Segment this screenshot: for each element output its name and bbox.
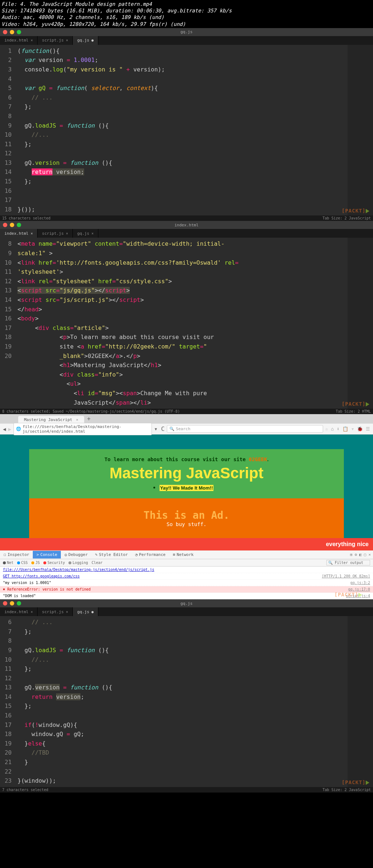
tab-script-js[interactable]: script.js× (38, 229, 73, 238)
tab-index-html[interactable]: index.html× (0, 36, 38, 45)
close-icon[interactable] (3, 601, 7, 606)
dt-tab-debugger[interactable]: ◎ Debugger (61, 551, 91, 558)
geek-link[interactable]: 02GEEK (249, 456, 267, 462)
packt-watermark: [PACKT] (334, 591, 362, 599)
close-tab-icon[interactable]: × (31, 38, 33, 42)
minimize-icon[interactable] (10, 30, 14, 34)
url-input[interactable]: 🌐file:///Users/benfhala/Desktop/masterin… (13, 423, 152, 435)
devtools-tabs: ☐ Inspector > Console ◎ Debugger ✎ Style… (0, 550, 373, 559)
minimize-icon[interactable] (10, 601, 14, 606)
bookmark-icon[interactable]: 📋 (342, 426, 348, 432)
tab-index-html[interactable]: index.html× (0, 607, 38, 616)
status-bar: 8 characters selected; Saved ~/Desktop/m… (0, 409, 373, 414)
pocket-icon[interactable]: ▿ (351, 426, 354, 432)
dt-tab-console[interactable]: > Console (33, 551, 61, 558)
status-right: Tab Size: 2 JavaScript (323, 788, 371, 792)
console-error: ✖ ReferenceError: version is not defined (3, 587, 348, 592)
minimap[interactable] (348, 238, 373, 409)
tab-script-js[interactable]: script.js× (38, 36, 73, 45)
console-line[interactable]: file:///Users/benfhala/Desktop/mastering… (3, 567, 370, 572)
star-icon[interactable]: ☆ (325, 426, 328, 432)
dt-tab-inspector[interactable]: ☐ Inspector (0, 551, 33, 558)
tab-gq-js[interactable]: gq.js● (73, 36, 98, 45)
reload-icon[interactable]: ▾ C (154, 425, 165, 432)
tab-gq-js[interactable]: gq.js× (73, 229, 98, 238)
code-area[interactable]: 6789 10111213 14151617 18192021 2223 // … (0, 616, 373, 787)
close-tab-icon[interactable]: × (66, 231, 68, 236)
close-tab-icon[interactable]: × (66, 610, 68, 614)
search-input[interactable]: 🔍Search (167, 425, 323, 433)
meta-audio: Audio: aac, 48000 Hz, 2 channels, s16, 1… (1, 14, 372, 20)
status-left: 8 characters selected; Saved ~/Desktop/m… (2, 409, 180, 413)
filter-input[interactable]: 🔍 Filter output (326, 560, 370, 565)
article: To learn more about this course visit ou… (29, 449, 344, 498)
info-list: Yay!! We Made It Mom!! (160, 484, 214, 491)
status-right: Tab Size: 2 JavaScript (323, 216, 371, 220)
code-content[interactable]: <meta name="viewport" content="width=dev… (15, 238, 348, 409)
close-icon[interactable] (3, 30, 7, 34)
dt-tab-perf[interactable]: ◔ Performance (131, 551, 169, 558)
minimap[interactable] (348, 616, 373, 787)
close-icon[interactable] (3, 223, 7, 227)
browser-tab[interactable]: Mastering JavaScript× (18, 416, 84, 424)
tab-gq-js[interactable]: gq.js● (73, 607, 98, 616)
list-item: Yay!! We Made It Mom!! (160, 484, 214, 491)
dt-close-icon[interactable]: × (368, 552, 371, 557)
filter-css[interactable]: CSS (17, 561, 28, 565)
code-content[interactable]: // ... }; gQ.loadJS = function (){ //...… (15, 616, 348, 787)
browser-window: Mastering JavaScript× + ◀ ▶ 🌐file:///Use… (0, 414, 373, 599)
filter-net[interactable]: Net (3, 561, 13, 565)
meta-file: File: 4. The JavaScript Module design pa… (1, 1, 372, 7)
console-line: "my version is 1.0001" (3, 580, 350, 585)
code-area[interactable]: 1234 5678 9101112 13141516 1718 (functio… (0, 45, 373, 216)
close-tab-icon[interactable]: × (91, 231, 94, 236)
download-icon[interactable]: ⬇ (337, 426, 339, 432)
close-tab-icon[interactable]: × (76, 417, 78, 422)
menu-icon[interactable]: ☰ (366, 426, 370, 432)
code-area[interactable]: 89 10111213 141516 171819 20 <meta name=… (0, 238, 373, 409)
console-filters: Net CSS JS Security Logging Clear 🔍 Filt… (0, 559, 373, 567)
toolbar-icons: ☆ ⌂ ⬇ 📋 ▿ 🐞 ☰ (325, 426, 370, 432)
maximize-icon[interactable] (17, 223, 21, 227)
close-tab-icon[interactable]: × (66, 38, 68, 42)
minimize-icon[interactable] (10, 223, 14, 227)
clear-button[interactable]: Clear (92, 561, 103, 565)
dt-tab-network[interactable]: ≡ Network (169, 551, 197, 558)
browser-tabs: Mastering JavaScript× + (0, 414, 373, 424)
status-left: 15 characters selected (2, 216, 50, 220)
filter-logging[interactable]: Logging (68, 561, 88, 565)
close-tab-icon[interactable]: × (31, 231, 33, 236)
firebug-icon[interactable]: 🐞 (357, 426, 363, 432)
window-controls[interactable] (0, 223, 21, 227)
back-icon[interactable]: ◀ (3, 426, 6, 432)
dt-gear-icon[interactable]: ⚙ (355, 552, 357, 557)
footer-text: everything nice (0, 538, 373, 550)
filter-security[interactable]: Security (43, 561, 65, 565)
filter-js[interactable]: JS (31, 561, 40, 565)
ad-subtitle: So buy stuff. (40, 521, 333, 527)
close-tab-icon[interactable]: × (31, 610, 33, 614)
dt-tab-style[interactable]: ✎ Style Editor (91, 551, 131, 558)
maximize-icon[interactable] (17, 601, 21, 606)
console-line: GET http://fonts.googleapis.com/css (3, 573, 322, 579)
window-controls[interactable] (0, 30, 21, 34)
close-tab-icon[interactable]: ● (91, 610, 94, 614)
code-content[interactable]: (function(){ var version = 1.0001; conso… (15, 45, 348, 216)
tab-index-html[interactable]: index.html× (0, 229, 38, 238)
maximize-icon[interactable] (17, 30, 21, 34)
tab-script-js[interactable]: script.js× (38, 607, 73, 616)
window-controls[interactable] (0, 601, 21, 606)
line-gutter: 1234 5678 9101112 13141516 1718 (0, 45, 15, 216)
new-tab-button[interactable]: + (84, 414, 94, 424)
close-tab-icon[interactable]: ● (91, 38, 94, 42)
home-icon[interactable]: ⌂ (331, 426, 334, 432)
page-title: Mastering JavaScript (36, 464, 337, 482)
console-output[interactable]: file:///Users/benfhala/Desktop/mastering… (0, 567, 373, 599)
dt-popout-icon[interactable]: ▢ (364, 552, 366, 557)
editor-panel-1: gq.js index.html× script.js× gq.js● 1234… (0, 28, 373, 221)
minimap[interactable] (348, 45, 373, 216)
dt-split-icon[interactable]: ⊞ (350, 552, 353, 557)
dt-dock-icon[interactable]: ◧ (359, 552, 362, 557)
line-gutter: 6789 10111213 14151617 18192021 2223 (0, 616, 15, 787)
forward-icon[interactable]: ▶ (8, 426, 11, 432)
